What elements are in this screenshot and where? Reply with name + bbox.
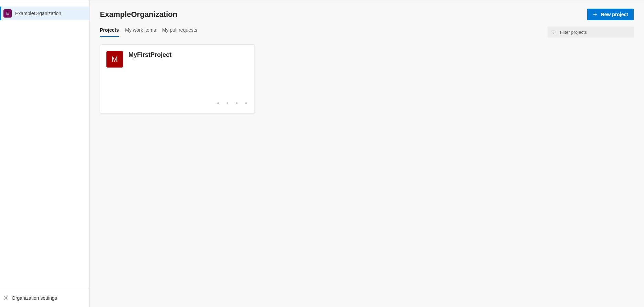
org-avatar: E bbox=[3, 9, 12, 18]
service-dot[interactable] bbox=[236, 102, 238, 104]
filter-projects-box[interactable] bbox=[548, 27, 634, 38]
sidebar-item-organization[interactable]: E ExampleOrganization bbox=[0, 7, 89, 20]
org-label: ExampleOrganization bbox=[15, 11, 61, 16]
sidebar: E ExampleOrganization Organization setti… bbox=[0, 0, 90, 307]
page-title: ExampleOrganization bbox=[100, 10, 177, 19]
tabs: Projects My work items My pull requests bbox=[100, 27, 197, 37]
project-avatar: M bbox=[106, 51, 123, 68]
organization-settings-link[interactable]: Organization settings bbox=[0, 291, 89, 305]
tabs-row: Projects My work items My pull requests bbox=[100, 27, 634, 38]
tab-my-work-items[interactable]: My work items bbox=[125, 27, 156, 37]
organization-settings-label: Organization settings bbox=[12, 295, 57, 301]
service-dot[interactable] bbox=[245, 102, 247, 104]
filter-icon bbox=[551, 30, 556, 34]
service-dot[interactable] bbox=[217, 102, 219, 104]
main-area: ExampleOrganization New project Projects… bbox=[90, 0, 644, 307]
sidebar-top: E ExampleOrganization bbox=[0, 0, 89, 289]
filter-projects-input[interactable] bbox=[559, 29, 630, 35]
project-card-service-indicators bbox=[217, 102, 247, 104]
tab-my-pull-requests[interactable]: My pull requests bbox=[162, 27, 197, 37]
header-row: ExampleOrganization New project bbox=[100, 9, 634, 20]
sidebar-bottom: Organization settings bbox=[0, 289, 89, 307]
project-title: MyFirstProject bbox=[128, 51, 172, 59]
project-card[interactable]: M MyFirstProject bbox=[100, 44, 255, 113]
project-cards: M MyFirstProject bbox=[100, 44, 634, 113]
app-root: E ExampleOrganization Organization setti… bbox=[0, 0, 644, 307]
gear-icon bbox=[3, 295, 9, 301]
tab-projects[interactable]: Projects bbox=[100, 27, 119, 37]
svg-point-0 bbox=[6, 297, 7, 299]
service-dot[interactable] bbox=[227, 102, 228, 104]
plus-icon bbox=[593, 12, 598, 17]
new-project-button[interactable]: New project bbox=[587, 9, 634, 20]
project-head: M MyFirstProject bbox=[106, 51, 248, 68]
new-project-label: New project bbox=[601, 12, 628, 17]
